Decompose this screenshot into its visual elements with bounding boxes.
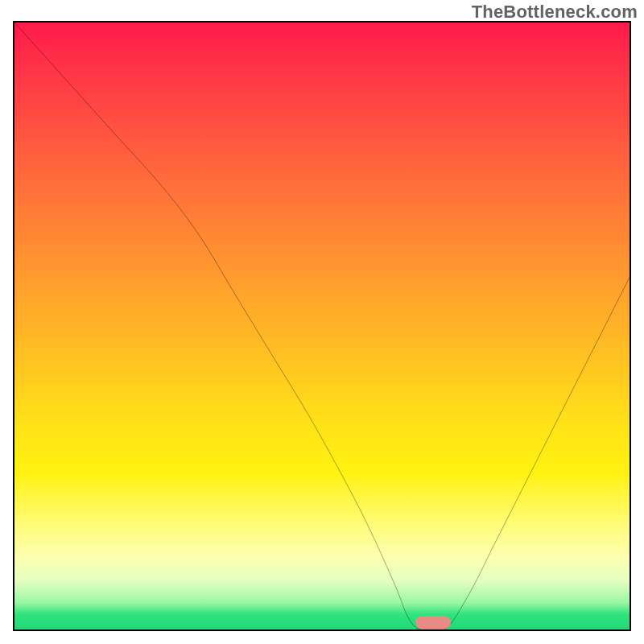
optimal-marker-icon [415, 616, 451, 629]
plot-area [13, 21, 631, 631]
chart-container: TheBottleneck.com [0, 0, 644, 644]
watermark-text: TheBottleneck.com [472, 2, 638, 23]
bottleneck-curve [14, 23, 630, 630]
